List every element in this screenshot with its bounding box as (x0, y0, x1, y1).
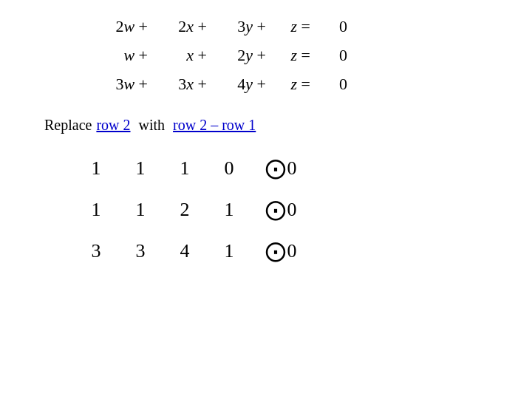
m-r3c4: 1 (207, 240, 251, 262)
eq2-rhs: 0 (310, 42, 347, 68)
m-r3c5: ⨀0 (251, 240, 310, 262)
bracket-r3: ⨀ (265, 241, 286, 262)
replace-connector: with (135, 117, 169, 134)
eq1-term1: 2w + (89, 13, 148, 39)
eq1-rhs: 0 (310, 13, 347, 39)
m-r2c1: 1 (74, 199, 118, 221)
eq2-term1: w + (89, 42, 148, 68)
replace-target: row 2 (96, 117, 130, 134)
replace-instruction: Replace row 2 with row 2 – row 1 (44, 117, 260, 134)
replace-prefix: Replace (44, 117, 92, 134)
equation-row-2: w + x + 2y + z = 0 (89, 42, 347, 68)
bracket-r2: ⨀ (265, 200, 286, 220)
eq1-term4: z = (266, 13, 310, 39)
eq2-term2: x + (148, 42, 207, 68)
page-content: 2w + 2x + 3y + z = 0 w + x + 2y + z = 0 … (0, 0, 532, 399)
m-r2c4: 1 (207, 199, 251, 221)
eq1-term2: 2x + (148, 13, 207, 39)
m-r2c2: 1 (118, 199, 163, 221)
matrix-row-2: 1 1 2 1 ⨀0 (74, 189, 310, 231)
eq3-term4: z = (266, 71, 310, 97)
eq3-term3: 4y + (207, 71, 266, 97)
equation-row-1: 2w + 2x + 3y + z = 0 (89, 13, 347, 39)
eq1-term3: 3y + (207, 13, 266, 39)
m-r3c1: 3 (74, 240, 118, 262)
m-r1c5: ⨀0 (251, 157, 310, 180)
matrix-row-1: 1 1 1 0 ⨀0 (74, 148, 310, 189)
eq2-term3: 2y + (207, 42, 266, 68)
m-r2c3: 2 (163, 199, 207, 221)
m-r3c3: 4 (163, 240, 207, 262)
m-r2c5: ⨀0 (251, 199, 310, 221)
eq3-term2: 3x + (148, 71, 207, 97)
eq2-term4: z = (266, 42, 310, 68)
m-r1c1: 1 (74, 157, 118, 180)
eq3-term1: 3w + (89, 71, 148, 97)
m-r1c3: 1 (163, 157, 207, 180)
equations-section: 2w + 2x + 3y + z = 0 w + x + 2y + z = 0 … (89, 13, 347, 100)
replace-operation: row 2 – row 1 (173, 117, 256, 134)
m-r1c2: 1 (118, 157, 163, 180)
bracket-r1: ⨀ (265, 158, 286, 179)
equation-row-3: 3w + 3x + 4y + z = 0 (89, 71, 347, 97)
m-r3c2: 3 (118, 240, 163, 262)
m-r1c4: 0 (207, 157, 251, 180)
matrix-row-3: 3 3 4 1 ⨀0 (74, 231, 310, 272)
eq3-rhs: 0 (310, 71, 347, 97)
matrix-section: 1 1 1 0 ⨀0 1 1 2 1 ⨀0 3 3 4 1 ⨀0 (74, 148, 310, 272)
